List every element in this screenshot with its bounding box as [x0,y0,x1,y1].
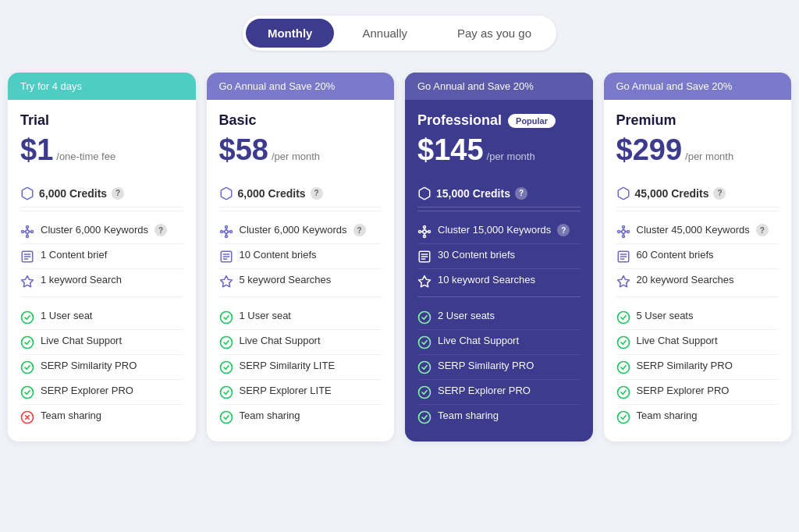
cluster-icon [219,225,233,239]
svg-point-58 [419,412,431,424]
feature-text: 1 keyword Search [41,274,122,286]
feature-item: Live Chat Support [20,330,183,355]
help-icon[interactable]: ? [353,224,366,236]
feature-item: SERP Explorer PRO [20,380,183,405]
feature-item: SERP Explorer LITE [219,380,382,405]
features-bottom-section: 2 User seats Live Chat Support SERP Simi… [417,296,581,429]
plan-card-premium: Go Annual and Save 20% Premium $299 /per… [604,73,792,442]
check-icon [417,310,431,325]
plan-price: $58 /per month [219,133,382,167]
check-icon [616,335,630,349]
svg-point-74 [617,337,629,349]
price-period: /one-time fee [56,151,115,162]
annually-button[interactable]: Annually [340,19,429,48]
payasyougo-button[interactable]: Pay as you go [435,19,553,48]
credits-icon [417,186,431,200]
check-icon [417,335,431,349]
feature-item: 1 User seat [20,305,183,330]
credits-text: 45,000 Credits [635,187,709,200]
check-icon [20,335,34,349]
feature-item: Live Chat Support [616,330,779,355]
check-icon [20,385,34,399]
feature-item: 1 keyword Search [20,269,183,293]
check-icon [219,310,233,325]
credits-text: 6,000 Credits [238,187,306,200]
check-icon [219,335,233,349]
feature-item: Team sharing [219,405,382,429]
features-bottom-section: 1 User seat Live Chat Support SERP Simil… [20,296,183,429]
plan-card-trial: Try for 4 days Trial $1 /one-time fee 6,… [8,73,196,442]
feature-item: Team sharing [417,405,581,429]
feature-text: Cluster 6,000 Keywords [41,224,148,236]
card-body: Professional Popular $145 /per month 15,… [405,100,593,442]
help-icon[interactable]: ? [557,224,570,236]
content-icon [219,250,233,264]
svg-point-56 [419,362,431,374]
card-header: Go Annual and Save 20% [604,73,792,100]
feature-text: SERP Similarity LITE [240,360,336,371]
content-icon [616,250,630,264]
card-body: Premium $299 /per month 45,000 Credits ? [604,100,792,442]
feature-text: 2 User seats [438,310,495,321]
x-icon [20,410,34,424]
price-amount: $58 [219,133,268,167]
content-icon [20,250,34,264]
credits-text: 15,000 Credits [436,187,510,200]
content-icon [417,250,431,264]
svg-point-55 [419,337,431,349]
help-icon[interactable]: ? [154,224,167,236]
monthly-button[interactable]: Monthly [246,19,335,48]
feature-text: SERP Similarity PRO [41,360,137,371]
svg-point-76 [617,387,629,399]
credits-icon [616,186,630,200]
feature-item: 5 User seats [616,305,779,330]
feature-text: Live Chat Support [637,335,718,346]
feature-item: Cluster 45,000 Keywords ? [616,219,779,244]
feature-item: 20 keyword Searches [616,269,779,293]
credits-text: 6,000 Credits [39,187,107,200]
plan-name: Premium [616,112,779,129]
check-icon [616,385,630,399]
svg-point-39 [220,412,232,424]
keyword-icon [20,275,34,289]
price-amount: $145 [417,133,484,167]
plan-name: Trial [20,112,183,129]
credits-help-icon[interactable]: ? [515,187,527,200]
check-icon [616,360,630,374]
plan-price: $145 /per month [417,133,581,167]
features-bottom-section: 5 User seats Live Chat Support SERP Simi… [616,296,779,429]
feature-item: Cluster 15,000 Keywords ? [417,219,581,244]
credits-help-icon[interactable]: ? [112,187,124,200]
card-header: Try for 4 days [8,73,196,100]
check-icon [417,360,431,374]
cluster-icon [616,225,630,239]
credits-help-icon[interactable]: ? [311,187,323,200]
svg-point-17 [22,387,34,399]
feature-text: 1 User seat [240,310,291,321]
features-top-section: Cluster 6,000 Keywords ? 10 Content brie… [219,211,382,293]
help-icon[interactable]: ? [756,224,769,236]
feature-item: SERP Explorer PRO [616,380,779,405]
cluster-icon [20,225,34,239]
svg-marker-13 [22,276,34,287]
plan-name: Professional Popular [417,112,581,129]
feature-text: Team sharing [438,410,499,421]
feature-item: 30 Content briefs [417,244,581,269]
svg-point-36 [220,337,232,349]
svg-point-14 [22,312,34,324]
feature-text: 5 keyword Searches [240,274,332,286]
plan-card-professional: Go Annual and Save 20% Professional Popu… [405,73,593,442]
keyword-icon [616,275,630,289]
plan-card-basic: Go Annual and Save 20% Basic $58 /per mo… [207,73,395,442]
feature-text: Cluster 15,000 Keywords [438,224,551,236]
credits-icon [20,186,34,200]
card-header: Go Annual and Save 20% [405,73,593,100]
feature-item: Team sharing [20,405,183,429]
feature-text: 5 User seats [637,310,694,321]
popular-badge: Popular [508,114,556,128]
plan-name: Basic [219,112,382,129]
price-amount: $1 [20,133,53,167]
credits-help-icon[interactable]: ? [713,187,726,200]
feature-item: 1 User seat [219,305,382,330]
feature-text: Live Chat Support [438,335,519,346]
